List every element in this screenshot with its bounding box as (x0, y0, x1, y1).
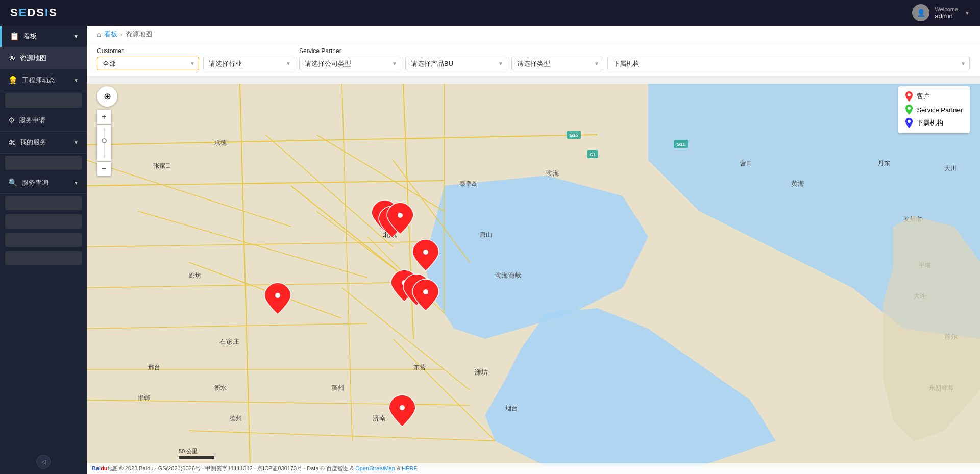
user-menu[interactable]: 👤 Welcome, admin ▼ (912, 4, 970, 21)
legend-sub-org: 下属机构 (905, 118, 963, 128)
sidebar-item-label: 看板 (23, 32, 37, 41)
zoom-out-button[interactable]: − (97, 162, 111, 176)
my-service-chevron: ▼ (74, 140, 79, 145)
type-select-wrapper: 请选择类型 ▼ (511, 57, 603, 70)
sidebar-blur-6 (5, 251, 82, 265)
company-type-select[interactable]: 请选择公司类型 (299, 57, 401, 70)
type-select[interactable]: 请选择类型 (511, 57, 603, 70)
sub-org-select[interactable]: 下属机构 (607, 57, 970, 70)
customer-label: Customer (97, 47, 199, 55)
svg-text:石家庄: 石家庄 (219, 338, 239, 345)
app-logo: SEDSIS (10, 6, 58, 19)
engineer-chevron: ▼ (74, 78, 79, 83)
engineer-icon: 👷 (8, 76, 18, 85)
sidebar-item-service-request[interactable]: ⚙ 服务申请 (0, 110, 87, 132)
customer-select-wrapper: 全部 ▼ (97, 57, 199, 70)
sidebar: 📋 看板 ▼ 👁 资源地图 👷 工程师动态 ▼ ⚙ 服务申请 🛠 我的服务 ▼ … (0, 26, 87, 474)
svg-text:大川: 大川 (944, 165, 957, 172)
sidebar-item-resource-map[interactable]: 👁 资源地图 (0, 47, 87, 69)
dashboard-icon: 📋 (10, 32, 19, 41)
sidebar-blur-2 (5, 156, 82, 170)
zoom-in-button[interactable]: + (97, 110, 111, 124)
baidu-logo: Bai (92, 465, 101, 471)
service-partner-label: Service Partner (299, 47, 401, 55)
service-request-icon: ⚙ (8, 116, 15, 125)
attribution-and: & (397, 465, 402, 471)
svg-text:廊坊: 廊坊 (189, 272, 201, 279)
svg-text:黄海: 黄海 (791, 180, 804, 187)
sidebar-item-dashboard[interactable]: 📋 看板 ▼ (0, 26, 87, 47)
svg-text:潍坊: 潍坊 (475, 368, 488, 376)
sidebar-blur-5 (5, 233, 82, 247)
baidu-logo-map: 地图 (108, 466, 118, 471)
svg-text:唐山: 唐山 (480, 231, 492, 238)
sidebar-item-label: 我的服务 (20, 138, 46, 147)
svg-text:G1: G1 (590, 152, 596, 157)
filter-bar: Customer 全部 ▼ 请选择行业 ▼ (87, 43, 980, 76)
navbar: SEDSIS 👤 Welcome, admin ▼ (0, 0, 980, 26)
sidebar-collapse-button[interactable]: ◁ (36, 455, 51, 469)
sidebar-item-label: 工程师动态 (22, 76, 55, 85)
customer-filter-group: Customer 全部 ▼ (97, 47, 199, 70)
openstreetmap-link[interactable]: OpenStreetMap (355, 465, 395, 471)
svg-text:衡水: 衡水 (214, 384, 227, 391)
map-container[interactable]: G15 G1 G11 北京 天津 石家庄 济南 张家口 承德 秦皇岛 唐山 廊坊… (87, 76, 980, 474)
sidebar-blur-4 (5, 214, 82, 229)
here-link[interactable]: HERE (402, 465, 418, 471)
my-service-icon: 🛠 (8, 138, 16, 147)
svg-text:东营: 东营 (413, 364, 426, 371)
baidu-logo-2: du (101, 465, 107, 471)
sidebar-blur-1 (5, 93, 82, 108)
sp-pin-icon (905, 105, 913, 115)
breadcrumb: ⌂ 看板 › 资源地图 (87, 26, 980, 43)
svg-text:滨州: 滨州 (332, 384, 344, 391)
service-query-chevron: ▼ (74, 180, 79, 186)
sub-org-select-wrapper: 下属机构 ▼ (607, 57, 970, 70)
industry-select[interactable]: 请选择行业 (203, 57, 295, 70)
legend-service-partner: Service Partner (905, 105, 963, 115)
svg-text:天津: 天津 (403, 291, 418, 300)
svg-text:烟台: 烟台 (505, 405, 518, 412)
sp-filter-group: Service Partner 请选择公司类型 ▼ (299, 47, 401, 70)
product-bu-select[interactable]: 请选择产品BU (405, 57, 507, 70)
sub-org-pin-icon (905, 118, 913, 128)
map-svg: G15 G1 G11 北京 天津 石家庄 济南 张家口 承德 秦皇岛 唐山 廊坊… (87, 76, 980, 474)
svg-text:G11: G11 (676, 142, 685, 147)
svg-text:张家口: 张家口 (153, 162, 172, 169)
welcome-text: Welcome, (935, 6, 960, 12)
service-query-icon: 🔍 (8, 178, 18, 187)
svg-text:秦皇岛: 秦皇岛 (459, 180, 478, 187)
main-container: 📋 看板 ▼ 👁 资源地图 👷 工程师动态 ▼ ⚙ 服务申请 🛠 我的服务 ▼ … (0, 26, 980, 474)
svg-text:德州: 德州 (230, 415, 242, 422)
breadcrumb-dashboard[interactable]: 看板 (104, 30, 117, 39)
user-menu-chevron: ▼ (965, 10, 970, 16)
legend-customer: 客户 (905, 91, 963, 102)
home-icon: ⌂ (97, 31, 101, 38)
attribution-text: © 2023 Baidu · GS(2021)6026号 · 甲测资字11111… (119, 465, 356, 471)
legend-customer-label: 客户 (917, 92, 930, 101)
customer-select[interactable]: 全部 (97, 57, 199, 70)
customer-pin-icon (905, 91, 913, 102)
legend-sp-label: Service Partner (917, 106, 963, 114)
industry-select-wrapper: 请选择行业 ▼ (203, 57, 295, 70)
map-controls: ⊕ + − (97, 86, 117, 176)
breadcrumb-current: 资源地图 (126, 30, 152, 39)
svg-text:渤海海峡: 渤海海峡 (495, 271, 522, 279)
username-text: admin (935, 12, 960, 20)
sidebar-item-engineer[interactable]: 👷 工程师动态 ▼ (0, 69, 87, 91)
product-bu-select-wrapper: 请选择产品BU ▼ (405, 57, 507, 70)
breadcrumb-sep: › (120, 31, 122, 38)
map-icon: 👁 (8, 54, 16, 63)
sidebar-item-my-service[interactable]: 🛠 我的服务 ▼ (0, 132, 87, 154)
dashboard-chevron: ▼ (74, 34, 79, 39)
svg-point-69 (908, 120, 911, 123)
svg-point-67 (908, 93, 911, 96)
company-type-select-wrapper: 请选择公司类型 ▼ (299, 57, 401, 70)
svg-text:北京: 北京 (382, 230, 398, 238)
sidebar-item-label: 服务查询 (22, 178, 48, 187)
svg-text:渤海: 渤海 (546, 169, 559, 177)
scale-label: 50 公里 (179, 447, 214, 455)
scale-bar (179, 456, 214, 459)
sidebar-item-service-query[interactable]: 🔍 服务查询 ▼ (0, 172, 87, 194)
compass-control[interactable]: ⊕ (97, 86, 117, 107)
